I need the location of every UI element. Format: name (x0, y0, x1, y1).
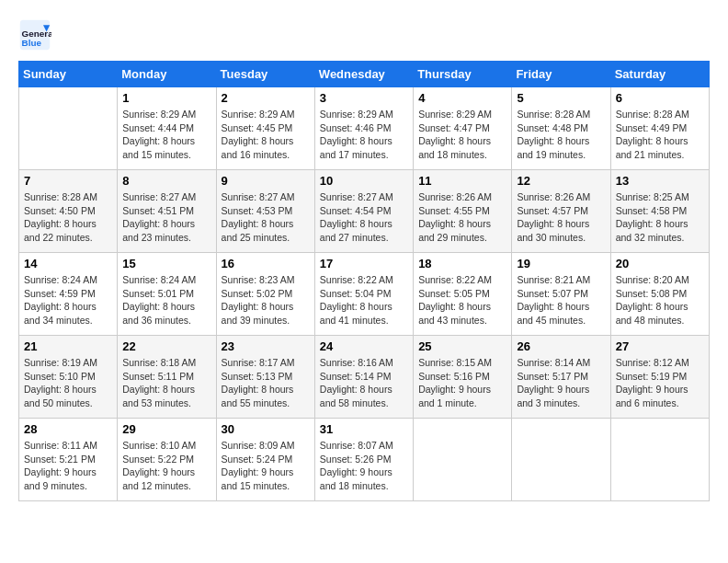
calendar-week-row: 14Sunrise: 8:24 AMSunset: 4:59 PMDayligh… (19, 253, 710, 336)
day-info: Sunrise: 8:12 AMSunset: 5:19 PMDaylight:… (616, 356, 704, 410)
day-info: Sunrise: 8:28 AMSunset: 4:48 PMDaylight:… (517, 108, 605, 162)
day-info: Sunrise: 8:25 AMSunset: 4:58 PMDaylight:… (616, 190, 704, 245)
day-info: Sunrise: 8:07 AMSunset: 5:26 PMDaylight:… (320, 439, 408, 493)
day-number: 29 (122, 422, 210, 436)
day-info: Sunrise: 8:27 AMSunset: 4:51 PMDaylight:… (122, 190, 210, 245)
day-info: Sunrise: 8:21 AMSunset: 5:07 PMDaylight:… (517, 273, 605, 327)
calendar-cell: 3Sunrise: 8:29 AMSunset: 4:46 PMDaylight… (314, 87, 413, 170)
calendar-cell: 7Sunrise: 8:28 AMSunset: 4:50 PMDaylight… (19, 170, 118, 253)
calendar-cell: 30Sunrise: 8:09 AMSunset: 5:24 PMDayligh… (216, 419, 314, 501)
header-day-monday: Monday (118, 62, 216, 87)
day-number: 1 (122, 91, 210, 105)
calendar-cell: 10Sunrise: 8:27 AMSunset: 4:54 PMDayligh… (314, 170, 413, 253)
day-number: 19 (517, 257, 605, 270)
svg-text:Blue: Blue (22, 38, 42, 48)
logo: General Blue (18, 18, 51, 52)
calendar-cell: 16Sunrise: 8:23 AMSunset: 5:02 PMDayligh… (216, 253, 314, 336)
day-info: Sunrise: 8:26 AMSunset: 4:55 PMDaylight:… (418, 190, 506, 245)
calendar-cell: 29Sunrise: 8:10 AMSunset: 5:22 PMDayligh… (118, 419, 216, 501)
calendar-cell (19, 87, 118, 170)
day-info: Sunrise: 8:14 AMSunset: 5:17 PMDaylight:… (517, 356, 605, 410)
day-number: 22 (122, 339, 210, 353)
day-number: 26 (517, 339, 605, 353)
day-info: Sunrise: 8:19 AMSunset: 5:10 PMDaylight:… (24, 356, 112, 410)
day-number: 31 (320, 422, 408, 436)
calendar-cell: 8Sunrise: 8:27 AMSunset: 4:51 PMDaylight… (118, 170, 216, 253)
calendar-cell: 18Sunrise: 8:22 AMSunset: 5:05 PMDayligh… (414, 253, 512, 336)
day-info: Sunrise: 8:28 AMSunset: 4:50 PMDaylight:… (24, 190, 112, 245)
calendar-header-row: SundayMondayTuesdayWednesdayThursdayFrid… (19, 62, 710, 87)
header-day-saturday: Saturday (610, 62, 709, 87)
calendar-cell: 5Sunrise: 8:28 AMSunset: 4:48 PMDaylight… (512, 87, 610, 170)
day-info: Sunrise: 8:29 AMSunset: 4:44 PMDaylight:… (122, 108, 210, 162)
calendar-cell: 22Sunrise: 8:18 AMSunset: 5:11 PMDayligh… (118, 336, 216, 419)
day-number: 25 (418, 339, 506, 353)
header-day-thursday: Thursday (414, 62, 512, 87)
day-number: 15 (122, 257, 210, 270)
day-number: 7 (24, 174, 112, 188)
day-number: 4 (418, 91, 506, 105)
day-info: Sunrise: 8:22 AMSunset: 5:04 PMDaylight:… (320, 273, 408, 327)
day-number: 23 (222, 339, 310, 353)
calendar-cell: 12Sunrise: 8:26 AMSunset: 4:57 PMDayligh… (512, 170, 610, 253)
calendar-cell (512, 419, 610, 501)
calendar-cell: 21Sunrise: 8:19 AMSunset: 5:10 PMDayligh… (19, 336, 118, 419)
day-number: 11 (418, 174, 506, 188)
day-info: Sunrise: 8:15 AMSunset: 5:16 PMDaylight:… (418, 356, 506, 410)
calendar-week-row: 7Sunrise: 8:28 AMSunset: 4:50 PMDaylight… (19, 170, 710, 253)
header-day-sunday: Sunday (19, 62, 118, 87)
day-info: Sunrise: 8:24 AMSunset: 5:01 PMDaylight:… (122, 273, 210, 327)
calendar-cell: 9Sunrise: 8:27 AMSunset: 4:53 PMDaylight… (216, 170, 314, 253)
calendar-cell: 20Sunrise: 8:20 AMSunset: 5:08 PMDayligh… (610, 253, 709, 336)
day-number: 17 (320, 257, 408, 270)
day-info: Sunrise: 8:16 AMSunset: 5:14 PMDaylight:… (320, 356, 408, 410)
day-info: Sunrise: 8:29 AMSunset: 4:47 PMDaylight:… (418, 108, 506, 162)
calendar-cell: 27Sunrise: 8:12 AMSunset: 5:19 PMDayligh… (610, 336, 709, 419)
calendar-cell: 2Sunrise: 8:29 AMSunset: 4:45 PMDaylight… (216, 87, 314, 170)
day-info: Sunrise: 8:09 AMSunset: 5:24 PMDaylight:… (222, 439, 310, 493)
day-number: 2 (222, 91, 310, 105)
header-day-tuesday: Tuesday (216, 62, 314, 87)
day-info: Sunrise: 8:11 AMSunset: 5:21 PMDaylight:… (24, 439, 112, 493)
day-info: Sunrise: 8:27 AMSunset: 4:53 PMDaylight:… (222, 190, 310, 245)
day-number: 8 (122, 174, 210, 188)
calendar-week-row: 1Sunrise: 8:29 AMSunset: 4:44 PMDaylight… (19, 87, 710, 170)
calendar-cell: 11Sunrise: 8:26 AMSunset: 4:55 PMDayligh… (414, 170, 512, 253)
day-number: 20 (616, 257, 704, 270)
calendar-week-row: 21Sunrise: 8:19 AMSunset: 5:10 PMDayligh… (19, 336, 710, 419)
day-info: Sunrise: 8:17 AMSunset: 5:13 PMDaylight:… (222, 356, 310, 410)
day-info: Sunrise: 8:24 AMSunset: 4:59 PMDaylight:… (24, 273, 112, 327)
day-info: Sunrise: 8:23 AMSunset: 5:02 PMDaylight:… (222, 273, 310, 327)
day-number: 14 (24, 257, 112, 270)
day-info: Sunrise: 8:10 AMSunset: 5:22 PMDaylight:… (122, 439, 210, 493)
header-day-friday: Friday (512, 62, 610, 87)
day-info: Sunrise: 8:29 AMSunset: 4:46 PMDaylight:… (320, 108, 408, 162)
day-number: 12 (517, 174, 605, 188)
calendar-cell (414, 419, 512, 501)
day-number: 10 (320, 174, 408, 188)
day-info: Sunrise: 8:27 AMSunset: 4:54 PMDaylight:… (320, 190, 408, 245)
calendar-cell: 23Sunrise: 8:17 AMSunset: 5:13 PMDayligh… (216, 336, 314, 419)
calendar-cell: 4Sunrise: 8:29 AMSunset: 4:47 PMDaylight… (414, 87, 512, 170)
day-number: 3 (320, 91, 408, 105)
day-info: Sunrise: 8:26 AMSunset: 4:57 PMDaylight:… (517, 190, 605, 245)
calendar-cell: 14Sunrise: 8:24 AMSunset: 4:59 PMDayligh… (19, 253, 118, 336)
day-number: 9 (222, 174, 310, 188)
calendar-cell: 1Sunrise: 8:29 AMSunset: 4:44 PMDaylight… (118, 87, 216, 170)
day-number: 5 (517, 91, 605, 105)
day-number: 18 (418, 257, 506, 270)
calendar-week-row: 28Sunrise: 8:11 AMSunset: 5:21 PMDayligh… (19, 419, 710, 501)
day-info: Sunrise: 8:28 AMSunset: 4:49 PMDaylight:… (616, 108, 704, 162)
day-number: 28 (24, 422, 112, 436)
logo-icon: General Blue (18, 18, 51, 52)
calendar-cell: 26Sunrise: 8:14 AMSunset: 5:17 PMDayligh… (512, 336, 610, 419)
calendar-cell: 25Sunrise: 8:15 AMSunset: 5:16 PMDayligh… (414, 336, 512, 419)
day-info: Sunrise: 8:18 AMSunset: 5:11 PMDaylight:… (122, 356, 210, 410)
day-number: 21 (24, 339, 112, 353)
day-number: 6 (616, 91, 704, 105)
day-number: 24 (320, 339, 408, 353)
day-info: Sunrise: 8:22 AMSunset: 5:05 PMDaylight:… (418, 273, 506, 327)
calendar-cell: 28Sunrise: 8:11 AMSunset: 5:21 PMDayligh… (19, 419, 118, 501)
calendar-cell: 13Sunrise: 8:25 AMSunset: 4:58 PMDayligh… (610, 170, 709, 253)
calendar-cell: 17Sunrise: 8:22 AMSunset: 5:04 PMDayligh… (314, 253, 413, 336)
